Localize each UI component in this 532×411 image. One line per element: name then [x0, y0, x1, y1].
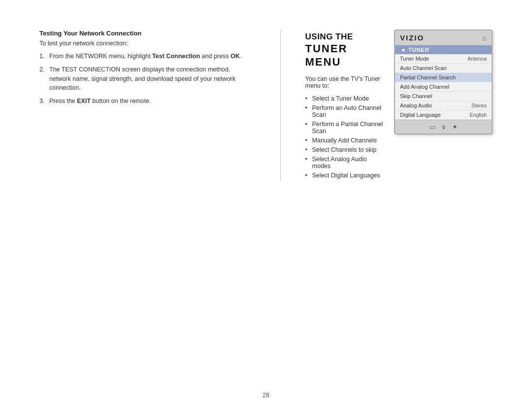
bullet-partial-channel-scan: Perform a Partial Channel Scan [305, 121, 384, 135]
bullet-manually-add-channels: Manually Add Channels [305, 137, 384, 144]
right-column: USING THE TUNER MENU You can use the TV'… [305, 30, 493, 181]
menu-row-analog-audio: Analog Audio Stereo [395, 101, 492, 110]
add-analog-label: Add Analog Channel [400, 84, 449, 90]
right-intro: You can use the TV's Tuner menu to: [305, 75, 384, 89]
step-2: 2. The TEST CONNECTION screen displays t… [39, 65, 246, 93]
menu-row-skip-channel: Skip Channel [395, 92, 492, 101]
step-1-num: 1. [39, 52, 44, 61]
right-heading: USING THE TUNER MENU [305, 30, 384, 68]
tuner-mode-value: Antenna [467, 56, 487, 62]
bullet-select-channels-skip: Select Channels to skip [305, 146, 384, 153]
tuner-mode-label: Tuner Mode [400, 56, 429, 62]
tv-menu-rows: Tuner Mode Antenna Auto Channel Scan Par… [395, 54, 492, 120]
digital-language-value: English [470, 112, 487, 118]
digital-language-label: Digital Language [400, 112, 441, 118]
step-3: 3. Press the EXIT button on the remote. [39, 97, 246, 106]
step-1: 1. From the NETWORK menu, highlight Test… [39, 52, 246, 61]
skip-channel-label: Skip Channel [400, 93, 432, 99]
content-area: Testing Your Network Connection To test … [39, 30, 493, 181]
tv-screen: VIZIO ⌂ ◄ TUNER Tuner Mode Antenna [394, 30, 493, 135]
bullet-digital-languages: Select Digital Languages [305, 172, 384, 179]
vizio-logo: VIZIO [400, 34, 424, 42]
intro-text: To test your network connection: [39, 40, 246, 47]
menu-row-tuner-mode: Tuner Mode Antenna [395, 54, 492, 64]
steps-list: 1. From the NETWORK menu, highlight Test… [39, 52, 246, 106]
bullet-auto-channel-scan: Perform an Auto Channel Scan [305, 104, 384, 118]
analog-audio-value: Stereo [471, 103, 487, 108]
tv-footer: ▭ ∨ ✦ [395, 120, 492, 134]
menu-row-auto-channel: Auto Channel Scan [395, 64, 492, 73]
tv-header: VIZIO ⌂ [395, 31, 492, 45]
right-text-area: USING THE TUNER MENU You can use the TV'… [305, 30, 384, 181]
tv-subheader: ◄ TUNER [395, 45, 492, 54]
bullet-analog-audio-modes: Select Analog Audio modes [305, 156, 384, 170]
analog-audio-label: Analog Audio [400, 103, 432, 108]
bullet-select-tuner-mode: Select a Tuner Mode [305, 95, 384, 102]
footer-icon-1: ▭ [430, 123, 435, 131]
auto-channel-label: Auto Channel Scan [400, 65, 447, 71]
left-column: Testing Your Network Connection To test … [39, 30, 256, 181]
page-container: Testing Your Network Connection To test … [0, 0, 532, 411]
tv-screenshot: VIZIO ⌂ ◄ TUNER Tuner Mode Antenna [394, 30, 493, 181]
column-divider [280, 30, 281, 181]
footer-icon-3: ✦ [452, 123, 458, 131]
home-icon: ⌂ [483, 34, 487, 42]
subheader-label: TUNER [408, 47, 430, 53]
menu-row-add-analog: Add Analog Channel [395, 82, 492, 92]
page-number: 28 [263, 392, 269, 399]
footer-icon-2: ∨ [441, 123, 446, 131]
step-3-num: 3. [39, 97, 44, 106]
menu-row-partial-channel: Partial Channel Search [395, 73, 492, 82]
bullet-list: Select a Tuner Mode Perform an Auto Chan… [305, 95, 384, 179]
partial-channel-label: Partial Channel Search [400, 74, 456, 80]
step-2-num: 2. [39, 65, 44, 74]
subheader-arrow-icon: ◄ [400, 47, 405, 53]
section-title: Testing Your Network Connection [39, 30, 246, 37]
menu-row-digital-language: Digital Language English [395, 110, 492, 120]
